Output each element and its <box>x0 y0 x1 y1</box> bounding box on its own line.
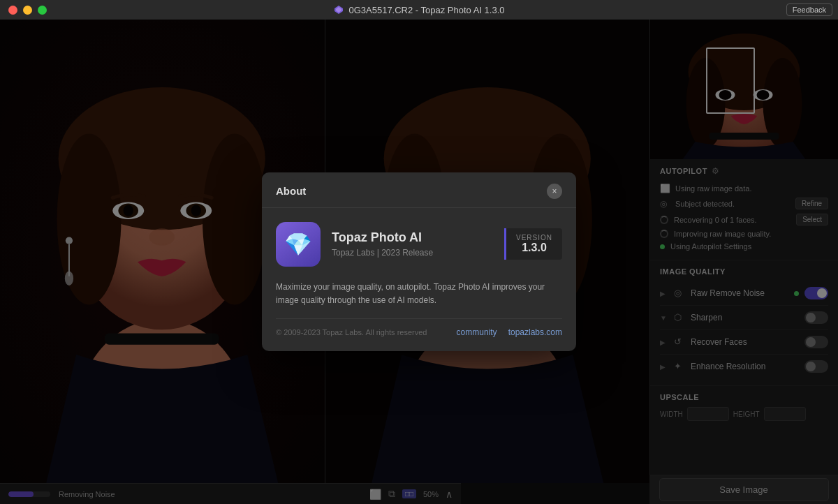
app-icon: 💎 <box>276 222 321 267</box>
about-dialog: About × 💎 Topaz Photo AI Topaz Labs | 20… <box>262 172 576 351</box>
window-controls <box>8 6 47 15</box>
app-subtitle: Topaz Labs | 2023 Release <box>332 248 493 258</box>
version-block: VERSION 1.3.0 <box>504 228 562 260</box>
diamond-icon: 💎 <box>284 231 312 258</box>
dialog-close-button[interactable]: × <box>547 184 562 199</box>
app-info-row: 💎 Topaz Photo AI Topaz Labs | 2023 Relea… <box>276 222 562 267</box>
topazlabs-link[interactable]: topazlabs.com <box>508 327 562 337</box>
dialog-title: About <box>276 185 306 197</box>
topaz-icon <box>333 4 344 15</box>
version-label: VERSION <box>516 234 552 242</box>
footer-links: community topazlabs.com <box>457 327 562 337</box>
app-name: Topaz Photo AI <box>332 230 493 245</box>
feedback-button[interactable]: Feedback <box>786 3 832 16</box>
version-number: 1.3.0 <box>516 242 552 254</box>
close-window-button[interactable] <box>8 6 17 15</box>
copyright-text: © 2009-2023 Topaz Labs. All rights reser… <box>276 328 427 336</box>
dialog-description: Maximize your image quality, on autopilo… <box>276 281 562 307</box>
dialog-header: About × <box>262 172 576 208</box>
minimize-window-button[interactable] <box>23 6 32 15</box>
titlebar: 0G3A5517.CR2 - Topaz Photo AI 1.3.0 Feed… <box>0 0 838 20</box>
maximize-window-button[interactable] <box>38 6 47 15</box>
dialog-footer: © 2009-2023 Topaz Labs. All rights reser… <box>276 318 562 337</box>
dialog-body: 💎 Topaz Photo AI Topaz Labs | 2023 Relea… <box>262 208 576 351</box>
dialog-overlay[interactable]: About × 💎 Topaz Photo AI Topaz Labs | 20… <box>0 20 838 504</box>
app-name-block: Topaz Photo AI Topaz Labs | 2023 Release <box>332 230 493 258</box>
community-link[interactable]: community <box>457 327 497 337</box>
window-title: 0G3A5517.CR2 - Topaz Photo AI 1.3.0 <box>333 4 504 15</box>
